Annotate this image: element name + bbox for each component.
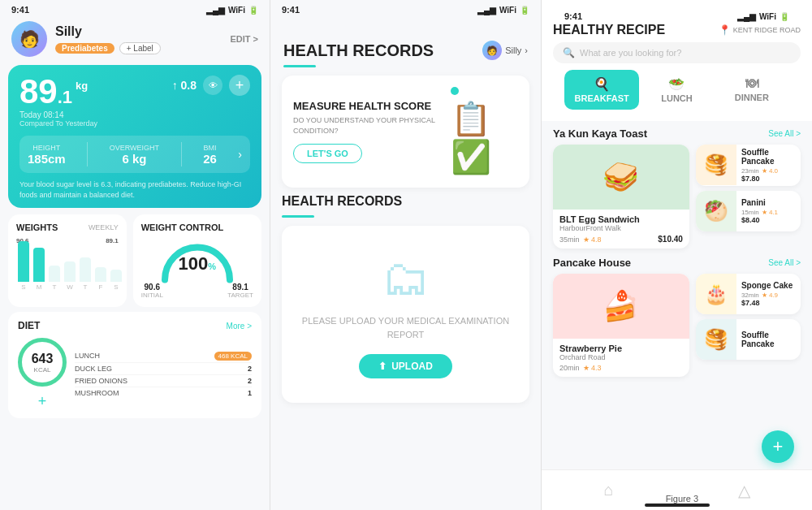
status-icons-3: ▂▄▆ WiFi 🔋: [737, 12, 789, 21]
folder-icon: 🗂: [382, 250, 430, 306]
diet-row-mushroom: MUSHROOM 1: [75, 387, 252, 399]
p3-header: 9:41 ▂▄▆ WiFi 🔋 HEALTHY RECIPE 📍 KENT RI…: [542, 0, 812, 121]
upload-button[interactable]: ⬆ UPLOAD: [359, 354, 452, 378]
food-souffle2[interactable]: 🥞 Souffle Pancake: [696, 319, 801, 360]
food-sponge[interactable]: 🎂 Sponge Cake 32min ★ 4.9 $7.48: [696, 274, 801, 314]
food-sponge-info: Sponge Cake 32min ★ 4.9 $7.48: [736, 274, 797, 314]
food-strawberry-name: Strawberry Pie: [559, 344, 683, 353]
food-blt-info: BLT Egg Sandwich HarbourFront Walk 35min…: [553, 210, 689, 249]
row-two: WEIGHTS WEEKLY 90.6 89.1 S M T: [8, 214, 261, 307]
add-label-button[interactable]: + Label: [119, 42, 161, 54]
gauge-percent-val: 100: [179, 253, 209, 274]
panel-3: 9:41 ▂▄▆ WiFi 🔋 HEALTHY RECIPE 📍 KENT RI…: [542, 0, 812, 510]
add-button[interactable]: +: [229, 75, 250, 96]
diet-item-duck: DUCK LEG: [75, 365, 112, 373]
bar-label-w: W: [67, 283, 73, 291]
food-blt-time: 35min: [559, 236, 580, 244]
status-icons-2: ▂▄▆ WiFi 🔋: [477, 6, 529, 15]
edit-button[interactable]: EDIT >: [230, 34, 258, 44]
diet-table: LUNCH 468 KCAL DUCK LEG 2 FRIED ONIONS 2…: [75, 350, 252, 399]
tab-lunch[interactable]: 🥗 LUNCH: [639, 70, 714, 110]
p3-section-1-row: Ya Kun Kaya Toast See All >: [553, 128, 801, 140]
status-bar-3: 9:41 ▂▄▆ WiFi 🔋: [553, 6, 801, 23]
profile-info: Silly Prediabetes + Label: [55, 24, 161, 54]
weights-card: WEIGHTS WEEKLY 90.6 89.1 S M T: [8, 214, 127, 307]
battery-icon-3: 🔋: [780, 12, 789, 21]
target-label: TARGET: [227, 292, 253, 299]
diet-header: DIET More >: [18, 320, 252, 331]
food-panini-stars: ★ 4.1: [762, 209, 778, 216]
upload-label: UPLOAD: [391, 361, 433, 372]
food-panini-meta: 15min ★ 4.1: [741, 209, 778, 216]
weight-change: ↑ 0.8: [172, 79, 197, 92]
food-sponge-stars: ★ 4.9: [762, 292, 778, 299]
p2-title: HEALTH RECORDS: [283, 41, 434, 60]
tab-dinner[interactable]: 🍽 DINNER: [715, 70, 789, 110]
diet-circle: 643 KCAL: [18, 338, 67, 387]
food-souffle-meta: 23min ★ 4.0: [741, 167, 796, 175]
food-strawberry[interactable]: 🍰 Strawberry Pie Orchard Road 20min ★ 4.…: [553, 274, 689, 377]
bar-col-t2: T: [80, 257, 91, 291]
bar-w: [64, 261, 76, 282]
bmi-label: BMI: [203, 144, 217, 152]
weight-integer: 89: [19, 75, 58, 109]
food-blt[interactable]: 🥪 BLT Egg Sandwich HarbourFront Walk 35m…: [553, 145, 689, 249]
hs-label: MEASURE HEALTH SCORE: [293, 100, 451, 112]
compared-text: Compared To Yesterday: [19, 119, 250, 128]
wifi-icon-3: WiFi: [759, 12, 776, 21]
diet-add-button[interactable]: +: [38, 393, 47, 410]
avatar: 🧑: [11, 21, 47, 57]
bar-col-t1: T: [49, 266, 60, 291]
profile-left: 🧑 Silly Prediabetes + Label: [11, 21, 161, 57]
p3-content: Ya Kun Kaya Toast See All > 🥪 BLT Egg Sa…: [542, 121, 812, 391]
diet-card: DIET More > 643 KCAL + LUNCH 468 KCAL DU…: [8, 312, 261, 418]
p3-food-side-2: 🎂 Sponge Cake 32min ★ 4.9 $7.48 🥞 Souffl…: [696, 274, 801, 377]
signal-icon-3: ▂▄▆: [737, 12, 756, 21]
tab-breakfast[interactable]: 🍳 BREAKFAST: [564, 70, 639, 110]
location-icon: 📍: [719, 24, 731, 36]
diet-more[interactable]: More >: [227, 322, 252, 331]
hs-document-icon: 📋✅: [451, 100, 518, 176]
food-panini-img: 🥙: [696, 191, 736, 231]
eye-icon[interactable]: 👁: [203, 76, 222, 95]
profile-row: 🧑 Silly Prediabetes + Label EDIT >: [0, 16, 270, 62]
upload-icon: ⬆: [378, 361, 387, 372]
height-label: HEIGHT: [28, 144, 66, 152]
p3-home-icon[interactable]: ⌂: [603, 481, 613, 499]
stats-arrow[interactable]: ›: [238, 148, 242, 161]
diet-body: 643 KCAL + LUNCH 468 KCAL DUCK LEG 2 FRI…: [18, 338, 252, 410]
p3-nav-bar: ⌂ △: [542, 469, 812, 510]
diet-item-onions: FRIED ONIONS: [75, 377, 127, 385]
overweight-val: 6 kg: [110, 152, 159, 166]
prediabetes-badge: Prediabetes: [55, 43, 114, 54]
weight-val-2: 89.1: [106, 237, 119, 244]
hs-subtitle: DO YOU UNDERSTAND YOUR PHYSICAL CONDITIO…: [293, 115, 451, 136]
hr-section: HEALTH RECORDS 🗂 PLEASE UPLOAD YOUR MEDI…: [282, 194, 529, 403]
panel-1: 9:41 ▂▄▆ WiFi 🔋 🧑 Silly Prediabetes + La…: [0, 0, 270, 510]
lets-go-button[interactable]: LET'S GO: [293, 144, 362, 163]
wc-title-row: WEIGHT CONTROL: [141, 223, 253, 232]
p3-title: HEALTHY RECIPE: [553, 23, 665, 37]
food-sponge-name: Sponge Cake: [741, 281, 793, 290]
bar-label-s2: S: [114, 283, 118, 291]
bar-t1: [49, 266, 60, 282]
section-2-see-all[interactable]: See All >: [768, 258, 801, 267]
food-sponge-price: $7.48: [741, 299, 793, 307]
diet-item-lunch: LUNCH: [75, 352, 100, 360]
location-text: KENT RIDGE ROAD: [733, 26, 801, 34]
signal-icon: ▂▄▆: [206, 6, 225, 15]
food-souffle-info: Souffle Pancake 23min ★ 4.0 $7.80: [736, 145, 801, 186]
weights-vals: 90.6 89.1: [16, 237, 119, 244]
hr-underline: [282, 215, 314, 218]
food-souffle-name: Souffle Pancake: [741, 148, 796, 166]
p3-mountain-icon[interactable]: △: [738, 481, 750, 500]
p3-search-bar[interactable]: 🔍 What are you looking for?: [553, 42, 801, 63]
p3-add-button[interactable]: +: [762, 430, 794, 463]
gauge-pct-symbol: %: [208, 261, 216, 271]
food-souffle[interactable]: 🥞 Souffle Pancake 23min ★ 4.0 $7.80: [696, 145, 801, 186]
section-1-see-all[interactable]: See All >: [768, 129, 801, 138]
food-panini[interactable]: 🥙 Panini 15min ★ 4.1 $8.40: [696, 191, 801, 231]
p3-tabs: 🍳 BREAKFAST 🥗 LUNCH 🍽 DINNER: [553, 70, 801, 116]
hc-stats: HEIGHT 185cm OVERWEIGHT 6 kg BMI 26 ›: [19, 136, 250, 173]
gauge-area: 100%: [141, 237, 253, 286]
